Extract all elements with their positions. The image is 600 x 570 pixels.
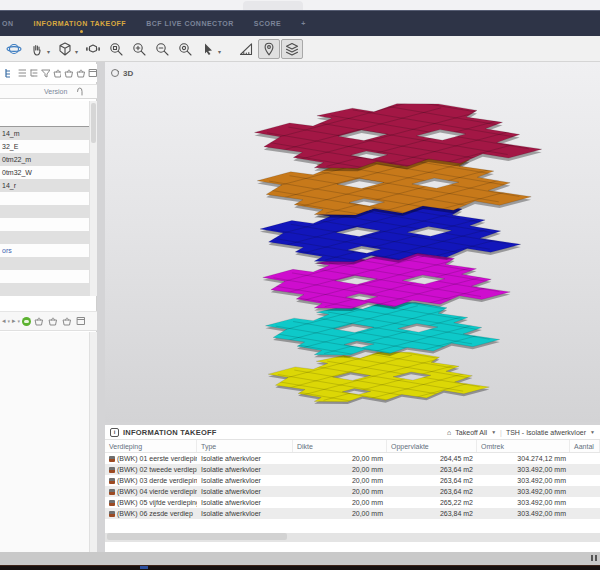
cell-verdieping: (BWK) 01 eerste verdieping xyxy=(117,453,197,464)
model-list-item[interactable]: 0tm22_m xyxy=(0,153,89,166)
model-tree-panel: Version 14_m32_E0tm22_m0tm32_W14_rors ◂ … xyxy=(0,62,97,552)
paperclip-icon xyxy=(75,86,84,97)
model-list-item[interactable]: ors xyxy=(0,244,89,257)
next-button[interactable]: ▸ xyxy=(12,317,16,325)
scrollbar-thumb[interactable] xyxy=(107,533,287,540)
takeoff-row[interactable]: (BWK) 04 vierde verdiepingIsolatie afwer… xyxy=(105,486,600,497)
zoom-in-button[interactable] xyxy=(128,39,150,59)
version-column-header[interactable]: Version xyxy=(44,88,67,95)
chevron-down-icon[interactable]: ▾ xyxy=(18,318,21,324)
3d-viewport[interactable]: 3D xyxy=(105,62,600,422)
floor-plate-6-bottom[interactable] xyxy=(245,348,529,409)
cell-omtrek: 303.492,00 mm xyxy=(477,486,570,497)
vertical-splitter[interactable] xyxy=(97,62,105,552)
map-pin-icon xyxy=(261,41,277,57)
select-button[interactable] xyxy=(197,39,219,59)
orbit-button[interactable] xyxy=(3,39,25,59)
tree-view-icon[interactable] xyxy=(4,67,14,79)
model-list-item[interactable] xyxy=(0,231,89,244)
status-grid-icon[interactable] xyxy=(591,555,597,561)
window-tab-artifact xyxy=(243,1,303,10)
takeoff-selector[interactable]: Takeoff All xyxy=(455,429,487,436)
model-list-item[interactable]: 14_r xyxy=(0,179,89,192)
zoom-window-button[interactable] xyxy=(105,39,127,59)
model-list-item[interactable]: 14_m xyxy=(0,127,89,140)
rotate-3d-icon xyxy=(110,68,120,78)
basket-icon[interactable] xyxy=(61,315,73,327)
storey-icon xyxy=(109,478,115,484)
view-cube-button[interactable] xyxy=(54,39,76,59)
tab-label: INFORMATION TAKEOFF xyxy=(33,20,126,27)
column-header-aantal[interactable]: Aantal xyxy=(570,440,600,452)
scrollbar-thumb[interactable] xyxy=(91,103,96,143)
tab-add[interactable]: + xyxy=(291,11,316,36)
pan-button[interactable] xyxy=(26,39,48,59)
model-list-item[interactable]: 0tm32_W xyxy=(0,166,89,179)
chevron-down-icon[interactable]: ▼ xyxy=(491,429,496,435)
model-list-item[interactable] xyxy=(0,218,89,231)
column-header-oppervlakte[interactable]: Oppervlakte xyxy=(387,440,477,452)
chevron-down-icon[interactable]: ▾ xyxy=(8,318,11,324)
map-pin-button[interactable] xyxy=(258,39,280,59)
zoom-selected-icon xyxy=(177,41,193,57)
takeoff-row[interactable]: (BWK) 06 zesde verdiepIsolatie afwerkvlo… xyxy=(105,508,600,519)
prev-button[interactable]: ◂ xyxy=(2,317,6,325)
tab-truncated[interactable]: ON xyxy=(0,11,23,36)
model-list-item[interactable] xyxy=(0,114,89,127)
basket-icon[interactable] xyxy=(47,315,59,327)
filter-view-icon[interactable] xyxy=(40,67,50,79)
model-list-item[interactable] xyxy=(0,205,89,218)
model-list-item[interactable] xyxy=(0,270,89,283)
cell-omtrek: 304.274,12 mm xyxy=(477,453,570,464)
lower-panel-scrollbar[interactable] xyxy=(89,332,97,552)
chevron-down-icon[interactable]: ▾ xyxy=(75,48,78,55)
model-list-item[interactable]: 32_E xyxy=(0,140,89,153)
takeoff-row[interactable]: (BWK) 05 vijfde verdiepingIsolatie afwer… xyxy=(105,497,600,508)
takeoff-row[interactable]: (BWK) 01 eerste verdiepingIsolatie afwer… xyxy=(105,453,600,464)
basket-icon[interactable] xyxy=(75,67,85,79)
takeoff-horizontal-scrollbar[interactable] xyxy=(105,533,600,542)
zoom-out-button[interactable] xyxy=(151,39,173,59)
chevron-down-icon[interactable]: ▼ xyxy=(590,429,595,435)
column-header-omtrek[interactable]: Omtrek xyxy=(477,440,570,452)
cell-aantal xyxy=(570,464,600,475)
measure-button[interactable] xyxy=(235,39,257,59)
tab-bcf-live-connector[interactable]: BCF LIVE CONNECTOR xyxy=(136,11,244,36)
zoom-in-icon xyxy=(131,41,147,57)
column-header-verdieping[interactable]: Verdieping xyxy=(105,440,197,452)
sync-icon[interactable] xyxy=(22,317,31,326)
definition-selector[interactable]: TSH - Isolatie afwerkvloer xyxy=(506,429,586,436)
floor-plates-model[interactable] xyxy=(105,62,600,422)
list-view-icon[interactable] xyxy=(16,67,26,79)
model-list-item[interactable] xyxy=(0,257,89,270)
cell-omtrek: 303.492,00 mm xyxy=(477,497,570,508)
model-list-scrollbar[interactable] xyxy=(89,101,97,296)
column-header-type[interactable]: Type xyxy=(197,440,293,452)
model-list-header[interactable]: Version xyxy=(0,84,97,99)
new-window-icon[interactable] xyxy=(87,67,97,79)
fit-view-button[interactable] xyxy=(82,39,104,59)
zoom-selected-button[interactable] xyxy=(174,39,196,59)
column-header-dikte[interactable]: Dikte xyxy=(293,440,387,452)
model-list-item[interactable] xyxy=(0,101,89,114)
takeoff-row[interactable]: (BWK) 03 derde verdiepingIsolatie afwerk… xyxy=(105,475,600,486)
hierarchy-view-icon[interactable] xyxy=(28,67,38,79)
cell-verdieping: (BWK) 06 zesde verdiep xyxy=(117,508,193,519)
model-list-item[interactable] xyxy=(0,283,89,296)
model-list-item[interactable] xyxy=(0,192,89,205)
layers-button[interactable] xyxy=(281,39,303,59)
cell-aantal xyxy=(570,453,600,464)
tab-score[interactable]: SCORE xyxy=(244,11,291,36)
basket-icon[interactable] xyxy=(63,67,73,79)
chevron-down-icon[interactable]: ▾ xyxy=(47,48,50,55)
basket-icon[interactable] xyxy=(52,67,62,79)
floor-plate-1-top[interactable] xyxy=(224,99,593,178)
new-window-icon[interactable] xyxy=(75,315,87,327)
basket-icon[interactable] xyxy=(33,315,45,327)
tab-information-takeoff[interactable]: INFORMATION TAKEOFF xyxy=(23,11,136,36)
chevron-down-icon[interactable]: ▾ xyxy=(218,48,221,55)
viewport-title: 3D xyxy=(110,68,133,78)
cell-omtrek: 303.492,00 mm xyxy=(477,508,570,519)
cell-aantal xyxy=(570,475,600,486)
takeoff-row[interactable]: (BWK) 02 tweede verdiepingIsolatie afwer… xyxy=(105,464,600,475)
